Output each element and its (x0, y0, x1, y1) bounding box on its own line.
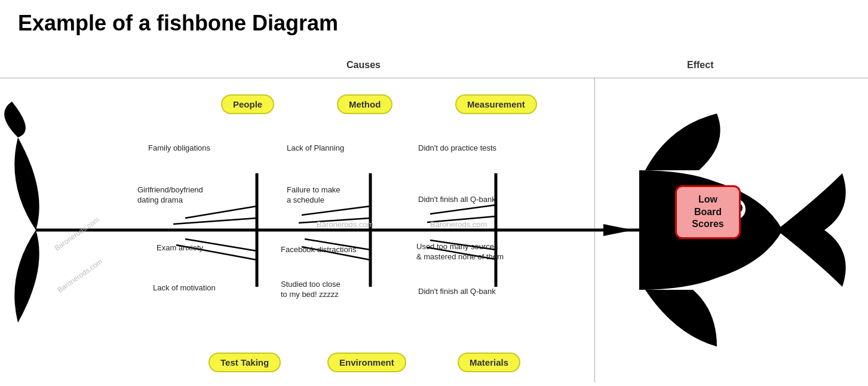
cause-studied-close: Studied too closeto my bed! zzzzz (281, 280, 341, 300)
effect-label: Effect (687, 60, 713, 71)
cause-facebook: Facebook distractions (281, 245, 356, 255)
svg-text:Baronerods.com: Baronerods.com (53, 215, 101, 252)
category-measurement: Measurement (455, 94, 537, 114)
category-test-taking: Test Taking (208, 353, 281, 372)
cause-no-practice: Didn't do practice tests (418, 143, 496, 154)
category-environment: Environment (327, 353, 406, 372)
cause-failure-schedule: Failure to makea schedule (287, 185, 341, 206)
cause-no-qbank-1: Didn't finish all Q-bank (418, 195, 496, 205)
effect-box: LowBoardScores (675, 185, 741, 239)
category-people: People (221, 94, 274, 114)
cause-many-sources: Used too many sources& mastered none of … (416, 242, 527, 262)
cause-girlfriend-boyfriend: Girlfriend/boyfrienddating drama (137, 185, 215, 206)
svg-line-19 (430, 205, 496, 214)
svg-text:Baronerods.com: Baronerods.com (430, 220, 487, 229)
cause-family-obligations: Family obligations (148, 143, 210, 154)
svg-line-15 (302, 206, 370, 215)
cause-lack-motivation: Lack of motivation (153, 283, 216, 293)
effect-text: LowBoardScores (692, 194, 723, 231)
category-method: Method (337, 94, 392, 114)
svg-line-11 (185, 206, 257, 218)
page-title: Example of a fishbone Diagram (0, 0, 868, 41)
cause-no-qbank-2: Didn't finish all Q-bank (418, 287, 496, 297)
cause-lack-planning: Lack of Planning (287, 143, 344, 154)
svg-text:Baronerods.com: Baronerods.com (317, 220, 373, 229)
svg-line-12 (173, 218, 257, 224)
causes-label: Causes (346, 60, 381, 71)
cause-exam-anxiety: Exam anxiety (157, 243, 203, 253)
svg-text:Baronerods.com: Baronerods.com (56, 257, 104, 294)
category-materials: Materials (458, 353, 520, 372)
